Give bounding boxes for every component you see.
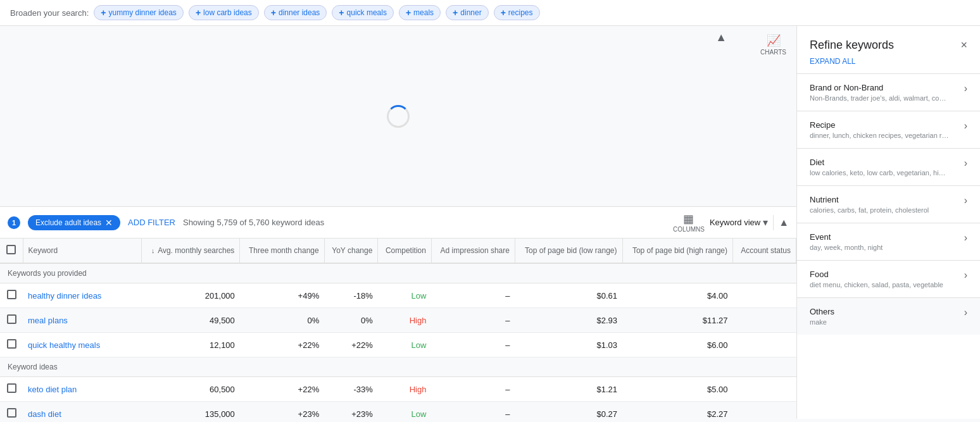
row-competition: Low	[378, 333, 432, 357]
row-competition: Low	[378, 283, 432, 308]
row-yoy: +23%	[324, 402, 378, 419]
row-keyword[interactable]: keto diet plan	[23, 377, 142, 402]
row-keyword[interactable]: meal plans	[23, 308, 142, 333]
toolbar: 1 Exclude adult ideas ✕ ADD FILTER Showi…	[0, 207, 796, 239]
account-status-col-header[interactable]: Account status	[733, 239, 796, 263]
table-row: meal plans 49,500 0% 0% High – $2.93 $11…	[0, 308, 796, 333]
exclude-adult-ideas-button[interactable]: Exclude adult ideas ✕	[28, 215, 120, 230]
add-filter-button[interactable]: ADD FILTER	[128, 218, 175, 227]
toolbar-divider	[773, 215, 774, 230]
collapse-table-btn[interactable]: ▲	[779, 217, 789, 228]
refine-section-title: Recipe	[810, 120, 959, 130]
keyword-view-button[interactable]: Keyword view ▾	[710, 216, 768, 228]
chip-label: low carb ideas	[203, 8, 252, 17]
refine-section-subtitle: make	[810, 318, 949, 326]
three-month-col-header[interactable]: Three month change	[240, 239, 324, 263]
showing-text: Showing 5,759 of 5,760 keyword ideas	[183, 218, 324, 227]
charts-icon: 📈	[767, 34, 781, 47]
row-three-month: 0%	[240, 308, 324, 333]
refine-section-content: Diet low calories, keto, low carb, veget…	[810, 158, 959, 177]
refine-section-brand-or-non-brand[interactable]: Brand or Non-Brand Non-Brands, trader jo…	[797, 73, 980, 111]
refine-section-subtitle: dinner, lunch, chicken recipes, vegetari…	[810, 132, 949, 139]
refine-section-subtitle: Non-Brands, trader joe's, aldi, walmart,…	[810, 94, 949, 102]
row-account-status	[733, 333, 796, 357]
collapse-chart-btn[interactable]: ▲	[715, 31, 727, 44]
row-yoy: 0%	[324, 308, 378, 333]
refine-section-title: Others	[810, 307, 959, 316]
row-keyword[interactable]: quick healthy meals	[23, 333, 142, 357]
row-bid-high: $6.00	[622, 333, 732, 357]
refine-section-recipe[interactable]: Recipe dinner, lunch, chicken recipes, v…	[797, 111, 980, 148]
refine-section-title: Food	[810, 270, 959, 279]
panel-header: Refine keywords ×	[797, 26, 980, 57]
refine-keywords-panel: Refine keywords × EXPAND ALL Brand or No…	[796, 26, 980, 419]
columns-button[interactable]: ▦ COLUMNS	[673, 212, 705, 233]
row-bid-low: $1.03	[515, 333, 622, 357]
row-ad-share: –	[431, 333, 515, 357]
keyword-table: Keyword ↓ Avg. monthly searches Three mo…	[0, 239, 796, 419]
refine-section-chevron: ›	[964, 307, 967, 318]
keyword-col-header[interactable]: Keyword	[23, 239, 142, 263]
refine-section-title: Brand or Non-Brand	[810, 83, 959, 92]
columns-label: COLUMNS	[673, 226, 705, 233]
yoy-col-header[interactable]: YoY change	[324, 239, 378, 263]
refine-section-event[interactable]: Event day, week, month, night ›	[797, 223, 980, 260]
row-checkbox-cell	[0, 308, 23, 333]
refine-section-title: Diet	[810, 158, 959, 167]
row-bid-low: $0.61	[515, 283, 622, 308]
table-section-header: Keyword ideas	[0, 357, 796, 377]
refine-section-content: Recipe dinner, lunch, chicken recipes, v…	[810, 120, 959, 139]
row-checkbox[interactable]	[7, 339, 16, 349]
charts-toggle[interactable]: 📈 CHARTS	[760, 34, 786, 56]
broaden-chip-0[interactable]: +yummy dinner ideas	[94, 5, 184, 20]
broaden-chip-3[interactable]: +quick meals	[332, 5, 394, 20]
broaden-chip-6[interactable]: +recipes	[494, 5, 540, 20]
loading-spinner	[387, 105, 410, 128]
broaden-chip-5[interactable]: +dinner	[446, 5, 489, 20]
chip-label: recipes	[508, 8, 533, 17]
ad-share-col-header[interactable]: Ad impression share	[431, 239, 515, 263]
chip-label: dinner ideas	[279, 8, 320, 17]
refine-section-title: Event	[810, 232, 959, 242]
chip-label: meals	[413, 8, 434, 17]
expand-all-button[interactable]: EXPAND ALL	[797, 57, 868, 73]
row-monthly: 60,500	[142, 377, 240, 402]
row-ad-share: –	[431, 402, 515, 419]
row-account-status	[733, 402, 796, 419]
broaden-chip-2[interactable]: +dinner ideas	[264, 5, 327, 20]
row-keyword[interactable]: dash diet	[23, 402, 142, 419]
plus-icon: +	[453, 8, 458, 18]
broaden-chip-1[interactable]: +low carb ideas	[189, 5, 259, 20]
competition-col-header[interactable]: Competition	[378, 239, 432, 263]
bid-high-col-header[interactable]: Top of page bid (high range)	[622, 239, 732, 263]
plus-icon: +	[406, 8, 411, 18]
left-content: 📈 CHARTS ▲ 1 Exclude adult ideas ✕ ADD F…	[0, 26, 796, 419]
refine-section-others[interactable]: Others make ›	[797, 297, 980, 335]
row-checkbox[interactable]	[7, 408, 16, 418]
bid-low-col-header[interactable]: Top of page bid (low range)	[515, 239, 622, 263]
row-bid-high: $4.00	[622, 283, 732, 308]
row-checkbox[interactable]	[7, 383, 16, 393]
row-keyword[interactable]: healthy dinner ideas	[23, 283, 142, 308]
refine-section-subtitle: day, week, month, night	[810, 244, 949, 251]
row-checkbox[interactable]	[7, 290, 16, 299]
row-three-month: +49%	[240, 283, 324, 308]
row-monthly: 49,500	[142, 308, 240, 333]
refine-section-chevron: ›	[964, 232, 967, 244]
refine-section-diet[interactable]: Diet low calories, keto, low carb, veget…	[797, 148, 980, 185]
select-all-checkbox[interactable]	[6, 245, 16, 254]
refine-section-subtitle: diet menu, chicken, salad, pasta, vegeta…	[810, 281, 949, 289]
row-account-status	[733, 308, 796, 333]
row-checkbox[interactable]	[7, 314, 16, 324]
table-row: quick healthy meals 12,100 +22% +22% Low…	[0, 333, 796, 357]
close-panel-button[interactable]: ×	[960, 39, 967, 52]
row-bid-high: $11.27	[622, 308, 732, 333]
monthly-searches-col-header[interactable]: ↓ Avg. monthly searches	[142, 239, 240, 263]
refine-section-chevron: ›	[964, 158, 967, 169]
plus-icon: +	[339, 8, 344, 18]
toolbar-right: ▦ COLUMNS Keyword view ▾ ▲	[673, 212, 789, 233]
row-monthly: 12,100	[142, 333, 240, 357]
refine-section-food[interactable]: Food diet menu, chicken, salad, pasta, v…	[797, 260, 980, 297]
refine-section-nutrient[interactable]: Nutrient calories, carbs, fat, protein, …	[797, 185, 980, 223]
broaden-chip-4[interactable]: +meals	[399, 5, 441, 20]
